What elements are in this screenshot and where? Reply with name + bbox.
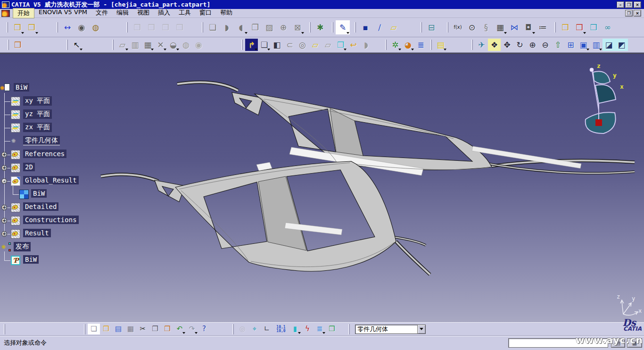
- surface-gray-button[interactable]: ▱: [322, 39, 334, 51]
- split-view-button[interactable]: ◧: [271, 39, 283, 51]
- dropdown-arrow-icon[interactable]: [398, 49, 401, 50]
- dropdown-arrow-icon[interactable]: [80, 49, 83, 50]
- 3d-viewport[interactable]: ✺BiWxy 平面yz 平面zx 平面✺零件几何体+References+2D-…: [0, 53, 644, 322]
- tree-node-label[interactable]: Detailed: [23, 202, 58, 211]
- expand-icon[interactable]: +: [1, 231, 7, 237]
- geoset-icon[interactable]: [11, 163, 20, 173]
- work-on-support-button[interactable]: ▱: [116, 39, 129, 51]
- dropdown-arrow-icon[interactable]: [444, 49, 446, 50]
- sketch-frame-button[interactable]: ❏: [258, 39, 271, 51]
- union-trim-button[interactable]: ❒: [586, 20, 601, 34]
- line-button[interactable]: ∕: [372, 20, 387, 34]
- dropdown-arrow-icon[interactable]: [301, 32, 304, 34]
- save-button[interactable]: ▤: [112, 324, 124, 334]
- menu-item-edit[interactable]: 编辑: [112, 8, 133, 18]
- print-button[interactable]: ▦: [124, 324, 137, 334]
- sweep-surface-button[interactable]: ◖: [234, 20, 248, 34]
- plane-icon[interactable]: [11, 110, 20, 119]
- publications-icon[interactable]: ✺: [1, 242, 10, 252]
- rotate-button[interactable]: ↻: [513, 39, 526, 51]
- current-set-only-button[interactable]: ◍: [180, 39, 192, 51]
- interrupt-button[interactable]: ϟ: [301, 324, 314, 334]
- menu-item-start[interactable]: 开始: [13, 8, 34, 18]
- dropdown-arrow-icon[interactable]: [411, 49, 414, 50]
- dropdown-arrow-icon[interactable]: [245, 32, 248, 34]
- axis-system-button[interactable]: ∟: [261, 324, 273, 334]
- multi-view-button[interactable]: ⊞: [564, 39, 577, 51]
- child-close-button[interactable]: ×: [634, 10, 641, 17]
- menu-item-insert[interactable]: 插入: [154, 8, 174, 18]
- design-table-button[interactable]: ▦: [493, 20, 507, 34]
- combo-dropdown-button[interactable]: [417, 325, 425, 333]
- specification-tree-button[interactable]: ≣: [414, 39, 427, 51]
- menu-item-help[interactable]: 帮助: [216, 8, 237, 18]
- sew-surface-button[interactable]: ⊕: [276, 20, 290, 34]
- dropdown-arrow-icon[interactable]: [586, 49, 589, 50]
- list-toggle-button[interactable]: ≣: [314, 324, 326, 334]
- geoset-icon[interactable]: [11, 216, 20, 225]
- toolbar-grip[interactable]: [554, 22, 556, 33]
- knowledge-relations-button[interactable]: ⋈: [507, 20, 521, 34]
- dropdown-arrow-icon[interactable]: [164, 49, 166, 50]
- toolbar-grip[interactable]: [385, 40, 387, 50]
- toolbar-grip[interactable]: [57, 22, 58, 33]
- tree-node-label[interactable]: yz 平面: [23, 109, 52, 119]
- cut-button[interactable]: ✂: [137, 324, 149, 334]
- tree-node-label[interactable]: Global_Result: [23, 176, 79, 184]
- grid-button[interactable]: ▦: [141, 39, 154, 51]
- snap-coordinates-button[interactable]: 10,110,0: [273, 324, 289, 334]
- select-button[interactable]: ↖: [70, 39, 83, 51]
- snap-to-point-button[interactable]: ▥: [129, 39, 141, 51]
- measure-item-button[interactable]: ◉: [74, 20, 89, 34]
- dropdown-arrow-icon[interactable]: [182, 332, 185, 334]
- toolbar-grip[interactable]: [126, 22, 128, 33]
- point-button[interactable]: ▪: [358, 20, 372, 34]
- formula-button[interactable]: f(x): [451, 20, 465, 34]
- lock-button[interactable]: ◘: [521, 20, 536, 34]
- copy-button[interactable]: ❐: [149, 324, 161, 334]
- shape-morphing-button[interactable]: ✱: [313, 20, 327, 34]
- toolbar-grip[interactable]: [202, 22, 203, 33]
- toolbar-grip[interactable]: [66, 40, 68, 50]
- toolbar-grip[interactable]: [112, 40, 114, 50]
- undo-button[interactable]: ↶: [173, 324, 186, 334]
- tree-node-label[interactable]: 2D: [23, 163, 35, 171]
- revolve-surface-button[interactable]: ◗: [220, 20, 234, 34]
- expand-icon[interactable]: +: [1, 205, 7, 210]
- render-style-button[interactable]: ▥: [590, 39, 603, 51]
- toolbar-grip[interactable]: [332, 22, 333, 33]
- dropdown-arrow-icon[interactable]: [322, 332, 325, 334]
- dropdown-arrow-icon[interactable]: [125, 49, 128, 50]
- publication-icon[interactable]: Ƥ: [11, 256, 20, 265]
- cylinder-surface-button[interactable]: ⊂: [283, 39, 296, 51]
- pan-button[interactable]: ✥: [501, 39, 513, 51]
- comment-button[interactable]: ⊙: [465, 20, 479, 34]
- dropdown-arrow-icon[interactable]: [176, 49, 179, 50]
- catia-app-icon[interactable]: [2, 1, 9, 8]
- catalog-swirl-button[interactable]: ◉: [192, 39, 205, 51]
- tree-node-label[interactable]: References: [23, 150, 66, 158]
- menu-item-window[interactable]: 窗口: [195, 8, 216, 18]
- intersect-bodies-button[interactable]: ∞: [601, 20, 615, 34]
- dropdown-arrow-icon[interactable]: [532, 32, 535, 34]
- tree-node-label[interactable]: 发布: [14, 242, 31, 251]
- toolbar-grip[interactable]: [4, 324, 5, 334]
- toolbar-grip[interactable]: [8, 40, 9, 50]
- dropdown-arrow-icon[interactable]: [298, 332, 301, 334]
- geoset-icon[interactable]: [11, 203, 20, 212]
- surface-development-button[interactable]: ▱: [309, 39, 322, 51]
- toolbar-grip[interactable]: [430, 40, 432, 50]
- toolbar-grip[interactable]: [232, 324, 234, 334]
- new-file-button[interactable]: ❏: [88, 324, 100, 334]
- measure-between-button[interactable]: ↔: [60, 20, 74, 34]
- normal-view-button[interactable]: ⇧: [552, 39, 564, 51]
- tree-node-label[interactable]: Result: [23, 229, 51, 237]
- zoom-in-button[interactable]: ⊕: [526, 39, 539, 51]
- dropdown-arrow-icon[interactable]: [344, 49, 347, 50]
- view-mode-left-button[interactable]: ◪: [603, 39, 615, 51]
- part-root-icon[interactable]: ✺: [1, 83, 10, 93]
- tree-node-label[interactable]: BiW: [31, 189, 47, 198]
- child-restore-button[interactable]: ❐: [625, 10, 633, 17]
- geoset-open-icon[interactable]: [11, 176, 20, 186]
- menu-item-enovia-v5-vpm[interactable]: ENOVIA V5 VPM: [34, 8, 91, 18]
